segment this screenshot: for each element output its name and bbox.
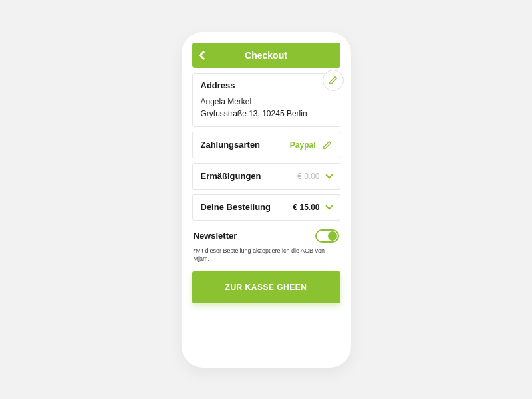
address-heading: Address: [201, 80, 332, 90]
discounts-row[interactable]: Ermäßigungen € 0.00: [192, 163, 340, 190]
edit-payment-button[interactable]: [323, 140, 332, 150]
checkout-button[interactable]: ZUR KASSE GHEEN: [192, 271, 340, 303]
disclaimer-text: *Mit dieser Bestellung akzeptiere ich di…: [192, 244, 340, 271]
pencil-icon: [329, 76, 338, 85]
back-icon[interactable]: [198, 50, 207, 59]
edit-address-button[interactable]: [323, 70, 344, 91]
newsletter-toggle[interactable]: [315, 229, 339, 243]
page-title: Checkout: [245, 50, 287, 61]
header-bar: Checkout: [192, 43, 340, 68]
phone-frame: Checkout Address Angela Merkel Gryfusstr…: [182, 32, 351, 368]
order-row[interactable]: Deine Bestellung € 15.00: [192, 194, 340, 221]
address-name: Angela Merkel: [201, 96, 332, 108]
payment-value: Paypal: [290, 140, 316, 150]
pencil-icon: [323, 140, 332, 150]
address-card: Address Angela Merkel Gryfusstraße 13, 1…: [192, 73, 340, 127]
payment-label: Zahlungsarten: [201, 140, 290, 150]
newsletter-row: Newsletter: [192, 225, 340, 244]
discounts-label: Ermäßigungen: [201, 171, 298, 181]
order-value: € 15.00: [293, 203, 319, 212]
address-street: Gryfusstraße 13, 10245 Berlin: [201, 108, 332, 120]
order-label: Deine Bestellung: [201, 202, 293, 212]
payment-row[interactable]: Zahlungsarten Paypal: [192, 132, 340, 158]
discounts-value: € 0.00: [297, 172, 319, 181]
chevron-down-icon[interactable]: [325, 202, 332, 209]
chevron-down-icon[interactable]: [325, 171, 332, 178]
newsletter-label: Newsletter: [194, 231, 237, 241]
toggle-knob: [328, 231, 337, 241]
